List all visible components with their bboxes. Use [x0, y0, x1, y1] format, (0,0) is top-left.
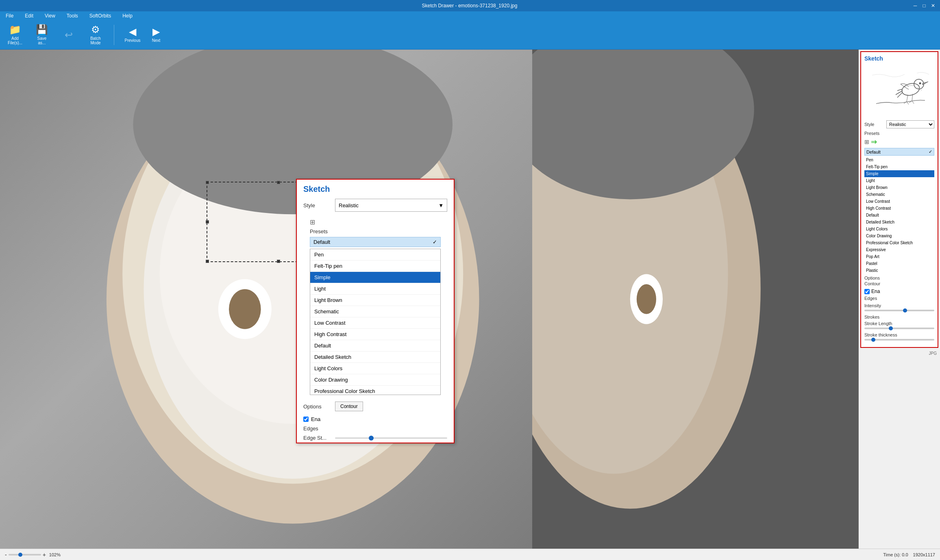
minimize-button[interactable]: ─ [912, 2, 919, 9]
preset-default-bar[interactable]: Default ✓ [310, 237, 441, 247]
maximize-button[interactable]: □ [920, 2, 928, 9]
sdl-preset-schematic[interactable]: Schematic [310, 306, 440, 317]
menu-softorbits[interactable]: SoftOrbits [87, 12, 113, 20]
toolbar: 📁 AddFile(s)... 💾 Saveas... ↩ ⚙ BatchMod… [0, 20, 940, 50]
mini-stroke-thickness-slider[interactable] [864, 339, 934, 341]
sdl-preset-color-drawing[interactable]: Color Drawing [310, 374, 440, 386]
right-face-region [532, 50, 859, 549]
mini-preset-professional[interactable]: Professional Color Sketch [864, 239, 934, 246]
zoom-plus-button[interactable]: + [43, 551, 46, 558]
enable-checkbox[interactable] [303, 417, 309, 422]
mini-enable-row: Ena [864, 289, 934, 294]
mini-preset-pastel[interactable]: Pastel [864, 260, 934, 267]
sdl-preset-default[interactable]: Default [310, 340, 440, 352]
mini-preset-color-drawing[interactable]: Color Drawing [864, 232, 934, 239]
save-as-button[interactable]: 💾 Saveas... [32, 23, 52, 47]
edge-strength-slider[interactable] [335, 437, 447, 439]
canvas-area[interactable]: Sketch Style Realistic ▼ ⊞ Presets Defau… [0, 50, 859, 549]
status-left: - + 102% [5, 551, 61, 558]
mini-preset-detailed[interactable]: Detailed Sketch [864, 219, 934, 226]
mini-intensity-thumb[interactable] [903, 308, 907, 313]
mini-contour-label: Contour [864, 281, 885, 286]
mini-icons-row: ⊞ ⇒ [864, 137, 934, 146]
presets-icons-row: ⊞ [303, 216, 447, 228]
menu-file[interactable]: File [3, 12, 16, 20]
sdl-preset-detailed-sketch[interactable]: Detailed Sketch [310, 352, 440, 363]
sdl-preset-light-colors[interactable]: Light Colors [310, 363, 440, 374]
edge-strength-row: Edge St... [297, 433, 454, 443]
sdl-preset-pen[interactable]: Pen [310, 249, 440, 260]
mini-preset-low-contrast[interactable]: Low Contrast [864, 198, 934, 205]
sdl-preset-low-contrast[interactable]: Low Contrast [310, 317, 440, 329]
mini-stroke-length-slider[interactable] [864, 328, 934, 329]
mini-intensity-label: Intensity [864, 303, 881, 308]
sdl-preset-light-brown[interactable]: Light Brown [310, 295, 440, 306]
contour-button[interactable]: Contour [335, 402, 363, 411]
zoom-thumb[interactable] [18, 553, 22, 557]
close-button[interactable]: ✕ [929, 2, 937, 9]
sdl-preset-light[interactable]: Light [310, 283, 440, 295]
edge-strength-label: Edge St... [303, 435, 332, 441]
mini-intensity-section: Intensity [864, 303, 934, 308]
mini-edges-label: Edges [864, 296, 885, 301]
svg-point-18 [919, 82, 921, 85]
save-icon: 💾 [36, 25, 48, 35]
mini-strokes-section: Strokes [864, 315, 934, 319]
add-files-button[interactable]: 📁 AddFile(s)... [5, 23, 25, 47]
options-row: Options Contour [297, 398, 454, 415]
sdl-preset-felt-tip[interactable]: Felt-Tip pen [310, 260, 440, 272]
mini-preset-default[interactable]: Default [864, 212, 934, 219]
face-right-svg [532, 50, 859, 549]
mini-preset-list: Pen Felt-Tip pen Simple Light Light Brow… [864, 156, 934, 274]
mini-preset-plastic[interactable]: Plastic [864, 267, 934, 274]
preset-list[interactable]: PenFelt-Tip penSimpleLightLight BrownSch… [310, 249, 441, 395]
style-row: Style Realistic ▼ [303, 199, 447, 212]
mini-preset-pop-art[interactable]: Pop Art [864, 253, 934, 260]
sketch-panel-mini: Sketch [860, 51, 938, 348]
menu-help[interactable]: Help [120, 12, 135, 20]
dimensions-label: 1920x1117 [913, 552, 935, 557]
mini-arrow-icon: ⇒ [871, 137, 877, 146]
enable-checkbox-row: Ena [297, 415, 454, 424]
mini-preset-light-brown[interactable]: Light Brown [864, 184, 934, 191]
format-badge: JPG [859, 349, 940, 357]
mini-preset-high-contrast[interactable]: High Contrast [864, 205, 934, 212]
filter-icon[interactable]: ⊞ [310, 218, 315, 226]
edge-strength-thumb[interactable] [369, 436, 374, 441]
zoom-minus-button[interactable]: - [5, 551, 7, 558]
previous-button[interactable]: ◀ Previous [122, 25, 143, 44]
undo-button[interactable]: ↩ [59, 28, 79, 41]
mini-stroke-thickness-label: Stroke thickness [864, 332, 897, 337]
mini-preset-light[interactable]: Light [864, 177, 934, 184]
mini-options-label: Options [864, 276, 934, 280]
sdl-preset-professional-color[interactable]: Professional Color Sketch [310, 386, 440, 395]
mini-stroke-length-thumb[interactable] [889, 326, 893, 330]
mini-preset-light-colors[interactable]: Light Colors [864, 226, 934, 232]
mini-preset-simple[interactable]: Simple [864, 170, 934, 177]
navigation-buttons: ◀ Previous ▶ Next [122, 25, 166, 44]
mini-strokes-label: Strokes [864, 315, 879, 319]
batch-mode-button[interactable]: ⚙ BatchMode [85, 23, 106, 47]
sdl-preset-high-contrast[interactable]: High Contrast [310, 329, 440, 340]
menu-tools[interactable]: Tools [64, 12, 81, 20]
mini-style-dropdown[interactable]: Realistic [886, 120, 934, 128]
mini-preset-expressive[interactable]: Expressive [864, 246, 934, 253]
mini-filter-icon[interactable]: ⊞ [864, 139, 869, 145]
window-title: Sketch Drawer - emotions-371238_1920.jpg [28, 3, 912, 9]
presets-label: Presets [303, 228, 447, 234]
status-right: Time (s): 0.0 1920x1117 [883, 552, 935, 557]
mini-intensity-slider[interactable] [864, 310, 934, 311]
next-button[interactable]: ▶ Next [146, 25, 166, 44]
mini-enable-checkbox[interactable] [864, 289, 870, 294]
mini-preset-felt-tip[interactable]: Felt-Tip pen [864, 163, 934, 170]
zoom-slider[interactable] [9, 554, 41, 556]
mini-stroke-thickness-section: Stroke thickness [864, 332, 934, 337]
mini-preset-pen[interactable]: Pen [864, 156, 934, 163]
style-dropdown[interactable]: Realistic ▼ [335, 199, 447, 212]
menu-view[interactable]: View [42, 12, 58, 20]
mini-default-preset[interactable]: Default ✓ [864, 148, 934, 156]
mini-stroke-thickness-thumb[interactable] [871, 338, 875, 342]
menu-edit[interactable]: Edit [22, 12, 36, 20]
mini-preset-schematic[interactable]: Schematic [864, 191, 934, 198]
sdl-preset-simple[interactable]: Simple [310, 272, 440, 283]
